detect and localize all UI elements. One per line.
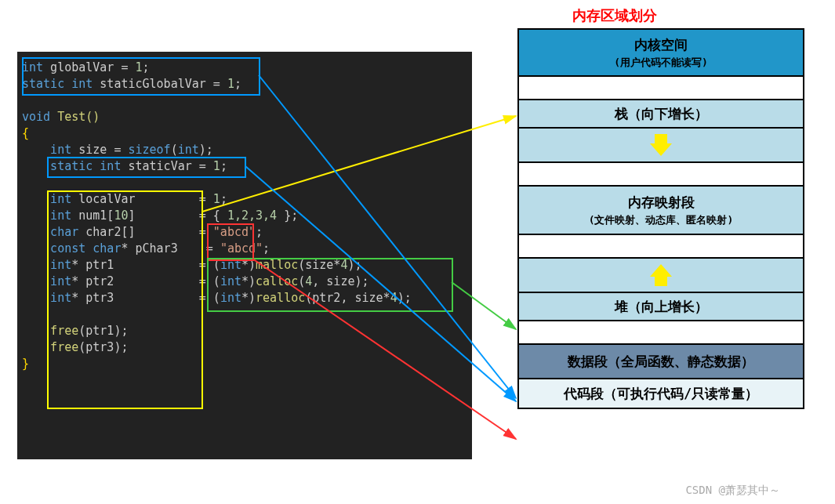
memory-layout: 内核空间 (用户代码不能读写) 栈（向下增长） 内存映射段 (文件映射、动态库、…	[517, 28, 804, 409]
mem-mmap: 内存映射段 (文件映射、动态库、匿名映射)	[519, 187, 803, 235]
mem-data-segment: 数据段（全局函数、静态数据）	[519, 345, 803, 379]
box-heap-calls	[207, 258, 453, 312]
mem-spacer-3	[519, 235, 803, 259]
box-string-literals	[207, 223, 254, 261]
mem-kernel: 内核空间 (用户代码不能读写)	[519, 30, 803, 77]
box-locals	[47, 190, 203, 409]
box-static-local	[47, 157, 246, 178]
mem-stack: 栈（向下增长）	[519, 100, 803, 129]
mem-spacer-4	[519, 321, 803, 345]
mem-spacer-1	[519, 77, 803, 100]
mem-spacer-2	[519, 163, 803, 187]
mem-heap: 堆（向上增长）	[519, 293, 803, 321]
mem-arrow-up	[519, 259, 803, 293]
mem-arrow-down	[519, 129, 803, 163]
diagram-title: 内存区域划分	[572, 6, 657, 25]
mem-code-segment: 代码段（可执行代码/只读常量）	[519, 379, 803, 408]
box-globals	[22, 57, 260, 96]
watermark: CSDN @萧瑟其中～	[685, 484, 780, 498]
